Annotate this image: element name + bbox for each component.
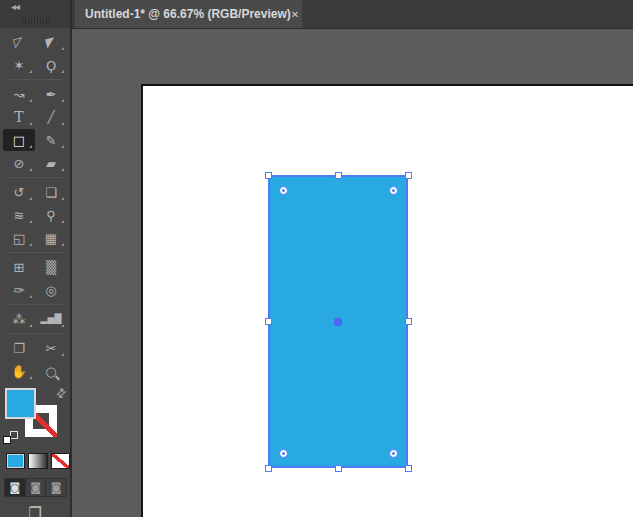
scale-tool-icon: ❏ [45, 186, 57, 199]
screen-mode-icon: ❐ [28, 504, 41, 517]
rectangle-tool-icon: □ [13, 134, 25, 147]
direct-selection-tool-icon: ◤ [45, 35, 57, 49]
gradient-button[interactable] [28, 453, 47, 469]
toolbar-separator [7, 79, 63, 80]
gradient-tool-icon: ▒ [46, 261, 56, 274]
tool-artboard-tool[interactable]: ❐ [3, 337, 35, 359]
eraser-tool-icon: ▰ [46, 157, 56, 170]
color-type-buttons [6, 453, 70, 469]
selection-handle[interactable] [265, 318, 272, 325]
draw-behind-button[interactable]: ◙ [26, 479, 47, 496]
document-tab-bar: Untitled-1* @ 66.67% (RGB/Preview) ✕ [72, 0, 633, 29]
fill-stroke-cluster: ⇄ [0, 385, 70, 447]
selection-handle[interactable] [265, 172, 272, 179]
line-segment-tool-icon: ╱ [47, 111, 54, 123]
collapse-panel-icon[interactable]: ◂◂ [11, 1, 19, 12]
corner-radius-widget[interactable] [389, 186, 398, 195]
draw-inside-icon: ◙ [51, 482, 62, 493]
none-button[interactable] [51, 453, 70, 469]
fill-swatch[interactable] [5, 388, 36, 419]
artboard-tool-icon: ❐ [13, 342, 25, 355]
tab-close-icon[interactable]: ✕ [291, 9, 299, 20]
rotate-tool-icon: ↺ [14, 186, 25, 199]
default-stroke-mini [10, 431, 18, 439]
tools-panel: ◂◂ ◸◤✶Ϙ↝✒T╱□✎⊘▰↺❏≋⚲◱▦⊞▒✑◎⁂▂▅█❐✂✋○ ⇄ ◙◙◙ … [0, 0, 72, 517]
tool-column-graph-tool[interactable]: ▂▅█ [35, 308, 67, 330]
selection-handle[interactable] [335, 172, 342, 179]
tool-eyedropper-tool[interactable]: ✑ [3, 279, 35, 301]
tools-panel-header: ◂◂ [0, 0, 70, 28]
toolbar-separator [7, 252, 63, 253]
tool-shape-builder-tool[interactable]: ◱ [3, 227, 35, 249]
tool-direct-selection-tool[interactable]: ◤ [35, 31, 67, 53]
tool-perspective-grid-tool[interactable]: ▦ [35, 227, 67, 249]
selection-handle[interactable] [405, 318, 412, 325]
tool-blend-tool[interactable]: ◎ [35, 279, 67, 301]
tool-shaper-tool[interactable]: ⊘ [3, 152, 35, 174]
pen-tool-icon: ✒ [46, 88, 57, 101]
tool-puppet-warp-tool[interactable]: ⚲ [35, 204, 67, 226]
pasteboard [72, 29, 633, 517]
draw-normal-button[interactable]: ◙ [5, 479, 26, 496]
selection-handle[interactable] [265, 465, 272, 472]
hand-tool-icon: ✋ [11, 365, 27, 378]
shape-builder-tool-icon: ◱ [13, 232, 25, 245]
tool-mesh-tool[interactable]: ⊞ [3, 256, 35, 278]
tool-gradient-tool[interactable]: ▒ [35, 256, 67, 278]
corner-radius-widget[interactable] [389, 449, 398, 458]
slice-tool-icon: ✂ [46, 342, 57, 355]
eyedropper-tool-icon: ✑ [14, 284, 25, 297]
selection-handle[interactable] [405, 465, 412, 472]
tool-width-tool[interactable]: ≋ [3, 204, 35, 226]
blend-tool-icon: ◎ [45, 284, 56, 297]
toolbar-separator [7, 304, 63, 305]
document-tab[interactable]: Untitled-1* @ 66.67% (RGB/Preview) ✕ [75, 0, 302, 28]
draw-normal-icon: ◙ [9, 482, 20, 493]
default-fill-stroke-icon[interactable] [3, 431, 18, 444]
tool-hand-tool[interactable]: ✋ [3, 360, 35, 382]
default-fill-mini [3, 436, 11, 444]
tool-symbol-sprayer-tool[interactable]: ⁂ [3, 308, 35, 330]
type-tool-icon: T [14, 110, 23, 124]
tool-scale-tool[interactable]: ❏ [35, 181, 67, 203]
toolbar-separator [7, 177, 63, 178]
tool-slice-tool[interactable]: ✂ [35, 337, 67, 359]
mesh-tool-icon: ⊞ [14, 261, 25, 274]
tool-lasso-tool[interactable]: Ϙ [35, 54, 67, 76]
toolbar-separator [7, 333, 63, 334]
tool-paintbrush-tool[interactable]: ✎ [35, 129, 67, 151]
corner-radius-widget[interactable] [279, 186, 288, 195]
magic-wand-tool-icon: ✶ [14, 59, 25, 72]
width-tool-icon: ≋ [14, 209, 25, 222]
tool-pen-tool[interactable]: ✒ [35, 83, 67, 105]
paintbrush-tool-icon: ✎ [46, 134, 57, 147]
draw-inside-button[interactable]: ◙ [46, 479, 66, 496]
tool-eraser-tool[interactable]: ▰ [35, 152, 67, 174]
illustrator-window: ◂◂ ◸◤✶Ϙ↝✒T╱□✎⊘▰↺❏≋⚲◱▦⊞▒✑◎⁂▂▅█❐✂✋○ ⇄ ◙◙◙ … [0, 0, 633, 517]
drawing-mode-bar: ◙◙◙ [4, 478, 67, 497]
lasso-tool-icon: Ϙ [46, 59, 56, 72]
tool-line-segment-tool[interactable]: ╱ [35, 106, 67, 128]
puppet-warp-tool-icon: ⚲ [46, 209, 56, 222]
corner-radius-widget[interactable] [279, 449, 288, 458]
document-tab-title: Untitled-1* @ 66.67% (RGB/Preview) [85, 7, 291, 21]
tool-type-tool[interactable]: T [3, 106, 35, 128]
color-button[interactable] [6, 453, 25, 469]
tool-rotate-tool[interactable]: ↺ [3, 181, 35, 203]
tool-grid: ◸◤✶Ϙ↝✒T╱□✎⊘▰↺❏≋⚲◱▦⊞▒✑◎⁂▂▅█❐✂✋○ [0, 28, 70, 382]
panel-drag-grip[interactable] [22, 17, 52, 24]
shaper-tool-icon: ⊘ [14, 157, 25, 170]
center-point[interactable] [334, 318, 342, 326]
symbol-sprayer-tool-icon: ⁂ [13, 313, 26, 326]
tool-selection-tool[interactable]: ◸ [3, 31, 35, 53]
selection-handle[interactable] [335, 465, 342, 472]
tool-rectangle-tool[interactable]: □ [3, 129, 35, 151]
zoom-tool-icon: ○ [45, 365, 56, 378]
tool-zoom-tool[interactable]: ○ [35, 360, 67, 382]
column-graph-tool-icon: ▂▅█ [41, 315, 62, 324]
screen-mode-button[interactable]: ❐ [0, 504, 70, 517]
tool-magic-wand-tool[interactable]: ✶ [3, 54, 35, 76]
selection-handle[interactable] [405, 172, 412, 179]
tool-curvature-tool[interactable]: ↝ [3, 83, 35, 105]
swap-fill-stroke-icon[interactable]: ⇄ [52, 384, 69, 401]
